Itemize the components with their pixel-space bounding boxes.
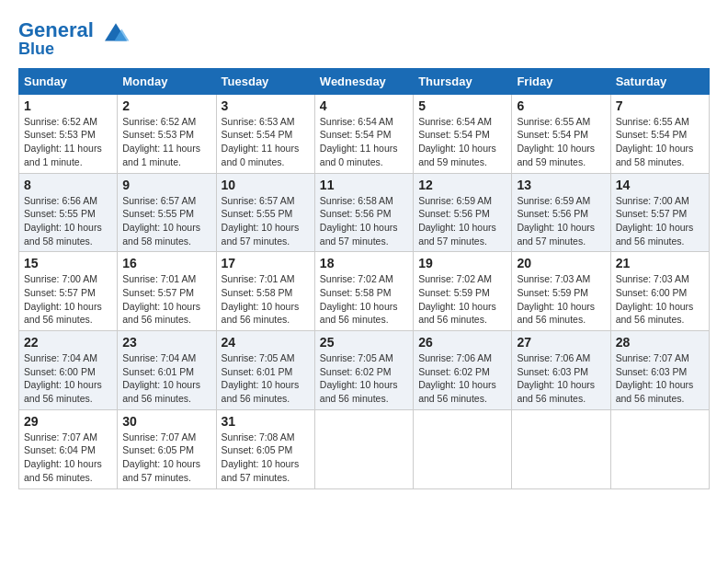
weekday-header-tuesday: Tuesday <box>216 68 314 94</box>
day-info: Sunrise: 7:06 AM Sunset: 6:03 PM Dayligh… <box>517 351 605 406</box>
calendar-cell: 22Sunrise: 7:04 AM Sunset: 6:00 PM Dayli… <box>19 331 118 410</box>
day-info: Sunrise: 6:54 AM Sunset: 5:54 PM Dayligh… <box>320 115 408 169</box>
day-info: Sunrise: 6:57 AM Sunset: 5:55 PM Dayligh… <box>222 194 310 248</box>
day-info: Sunrise: 7:01 AM Sunset: 5:57 PM Dayligh… <box>122 272 210 327</box>
day-info: Sunrise: 7:03 AM Sunset: 5:59 PM Dayligh… <box>517 272 605 327</box>
day-number: 7 <box>616 98 704 113</box>
weekday-header-monday: Monday <box>118 68 216 94</box>
calendar-cell: 5Sunrise: 6:54 AM Sunset: 5:54 PM Daylig… <box>414 94 512 173</box>
day-number: 10 <box>222 178 310 192</box>
day-number: 23 <box>122 335 210 350</box>
calendar-cell: 14Sunrise: 7:00 AM Sunset: 5:57 PM Dayli… <box>610 173 709 252</box>
day-number: 30 <box>122 414 210 429</box>
day-number: 17 <box>222 256 310 270</box>
calendar-cell: 4Sunrise: 6:54 AM Sunset: 5:54 PM Daylig… <box>314 94 413 173</box>
day-info: Sunrise: 7:07 AM Sunset: 6:03 PM Dayligh… <box>616 351 704 406</box>
day-number: 8 <box>24 178 112 192</box>
day-number: 15 <box>24 256 112 270</box>
calendar-body: 1Sunrise: 6:52 AM Sunset: 5:53 PM Daylig… <box>19 94 710 488</box>
day-number: 4 <box>320 98 408 113</box>
day-info: Sunrise: 7:05 AM Sunset: 6:01 PM Dayligh… <box>222 351 310 406</box>
calendar-cell: 21Sunrise: 7:03 AM Sunset: 6:00 PM Dayli… <box>610 252 709 331</box>
calendar-cell: 20Sunrise: 7:03 AM Sunset: 5:59 PM Dayli… <box>512 252 610 331</box>
day-number: 19 <box>418 256 506 270</box>
day-info: Sunrise: 7:08 AM Sunset: 6:05 PM Dayligh… <box>222 431 310 485</box>
calendar-cell: 7Sunrise: 6:55 AM Sunset: 5:54 PM Daylig… <box>610 94 709 173</box>
calendar-cell <box>414 409 512 488</box>
day-info: Sunrise: 6:55 AM Sunset: 5:54 PM Dayligh… <box>616 115 704 169</box>
calendar-cell: 28Sunrise: 7:07 AM Sunset: 6:03 PM Dayli… <box>610 331 709 410</box>
day-number: 29 <box>24 414 112 429</box>
day-number: 6 <box>517 98 605 113</box>
day-number: 18 <box>320 256 408 270</box>
calendar-cell <box>610 409 709 488</box>
day-number: 5 <box>418 98 506 113</box>
calendar-table: SundayMondayTuesdayWednesdayThursdayFrid… <box>18 68 710 489</box>
calendar-cell <box>314 409 413 488</box>
calendar-cell: 27Sunrise: 7:06 AM Sunset: 6:03 PM Dayli… <box>512 331 610 410</box>
day-info: Sunrise: 6:59 AM Sunset: 5:56 PM Dayligh… <box>517 194 605 248</box>
calendar-cell: 26Sunrise: 7:06 AM Sunset: 6:02 PM Dayli… <box>414 331 512 410</box>
day-info: Sunrise: 6:58 AM Sunset: 5:56 PM Dayligh… <box>320 194 408 248</box>
day-number: 3 <box>222 98 310 113</box>
day-info: Sunrise: 7:03 AM Sunset: 6:00 PM Dayligh… <box>616 272 704 327</box>
day-info: Sunrise: 7:02 AM Sunset: 5:59 PM Dayligh… <box>418 272 506 327</box>
calendar-cell: 3Sunrise: 6:53 AM Sunset: 5:54 PM Daylig… <box>216 94 314 173</box>
day-info: Sunrise: 6:53 AM Sunset: 5:54 PM Dayligh… <box>222 115 310 169</box>
calendar-cell: 16Sunrise: 7:01 AM Sunset: 5:57 PM Dayli… <box>118 252 216 331</box>
day-info: Sunrise: 7:06 AM Sunset: 6:02 PM Dayligh… <box>418 351 506 406</box>
day-info: Sunrise: 6:55 AM Sunset: 5:54 PM Dayligh… <box>517 115 605 169</box>
day-number: 9 <box>122 178 210 192</box>
calendar-cell: 18Sunrise: 7:02 AM Sunset: 5:58 PM Dayli… <box>314 252 413 331</box>
calendar-cell <box>512 409 610 488</box>
day-number: 27 <box>517 335 605 350</box>
day-number: 26 <box>418 335 506 350</box>
day-info: Sunrise: 7:02 AM Sunset: 5:58 PM Dayligh… <box>320 272 408 327</box>
calendar-header-row: SundayMondayTuesdayWednesdayThursdayFrid… <box>19 68 710 94</box>
calendar-cell: 10Sunrise: 6:57 AM Sunset: 5:55 PM Dayli… <box>216 173 314 252</box>
calendar-week-1: 1Sunrise: 6:52 AM Sunset: 5:53 PM Daylig… <box>19 94 710 173</box>
calendar-week-5: 29Sunrise: 7:07 AM Sunset: 6:04 PM Dayli… <box>19 409 710 488</box>
logo: General Blue <box>18 18 131 59</box>
calendar-cell: 8Sunrise: 6:56 AM Sunset: 5:55 PM Daylig… <box>19 173 118 252</box>
day-info: Sunrise: 6:59 AM Sunset: 5:56 PM Dayligh… <box>418 194 506 248</box>
day-info: Sunrise: 7:01 AM Sunset: 5:58 PM Dayligh… <box>222 272 310 327</box>
calendar-cell: 17Sunrise: 7:01 AM Sunset: 5:58 PM Dayli… <box>216 252 314 331</box>
day-info: Sunrise: 6:52 AM Sunset: 5:53 PM Dayligh… <box>122 115 210 169</box>
day-info: Sunrise: 6:52 AM Sunset: 5:53 PM Dayligh… <box>24 115 112 169</box>
day-number: 22 <box>24 335 112 350</box>
calendar-week-3: 15Sunrise: 7:00 AM Sunset: 5:57 PM Dayli… <box>19 252 710 331</box>
day-number: 2 <box>122 98 210 113</box>
calendar-cell: 15Sunrise: 7:00 AM Sunset: 5:57 PM Dayli… <box>19 252 118 331</box>
day-info: Sunrise: 7:04 AM Sunset: 6:01 PM Dayligh… <box>122 351 210 406</box>
day-number: 1 <box>24 98 112 113</box>
day-info: Sunrise: 7:00 AM Sunset: 5:57 PM Dayligh… <box>24 272 112 327</box>
day-info: Sunrise: 6:56 AM Sunset: 5:55 PM Dayligh… <box>24 194 112 248</box>
calendar-cell: 29Sunrise: 7:07 AM Sunset: 6:04 PM Dayli… <box>19 409 118 488</box>
calendar-cell: 12Sunrise: 6:59 AM Sunset: 5:56 PM Dayli… <box>414 173 512 252</box>
calendar-cell: 6Sunrise: 6:55 AM Sunset: 5:54 PM Daylig… <box>512 94 610 173</box>
calendar-week-4: 22Sunrise: 7:04 AM Sunset: 6:00 PM Dayli… <box>19 331 710 410</box>
day-number: 31 <box>222 414 310 429</box>
day-info: Sunrise: 6:54 AM Sunset: 5:54 PM Dayligh… <box>418 115 506 169</box>
day-number: 28 <box>616 335 704 350</box>
day-info: Sunrise: 7:00 AM Sunset: 5:57 PM Dayligh… <box>616 194 704 248</box>
day-number: 13 <box>517 178 605 192</box>
calendar-cell: 19Sunrise: 7:02 AM Sunset: 5:59 PM Dayli… <box>414 252 512 331</box>
calendar-cell: 30Sunrise: 7:07 AM Sunset: 6:05 PM Dayli… <box>118 409 216 488</box>
weekday-header-wednesday: Wednesday <box>314 68 413 94</box>
calendar-week-2: 8Sunrise: 6:56 AM Sunset: 5:55 PM Daylig… <box>19 173 710 252</box>
calendar-cell: 31Sunrise: 7:08 AM Sunset: 6:05 PM Dayli… <box>216 409 314 488</box>
day-info: Sunrise: 7:07 AM Sunset: 6:04 PM Dayligh… <box>24 431 112 485</box>
weekday-header-sunday: Sunday <box>19 68 118 94</box>
calendar-cell: 1Sunrise: 6:52 AM Sunset: 5:53 PM Daylig… <box>19 94 118 173</box>
calendar-cell: 24Sunrise: 7:05 AM Sunset: 6:01 PM Dayli… <box>216 331 314 410</box>
day-info: Sunrise: 6:57 AM Sunset: 5:55 PM Dayligh… <box>122 194 210 248</box>
calendar-cell: 2Sunrise: 6:52 AM Sunset: 5:53 PM Daylig… <box>118 94 216 173</box>
weekday-header-friday: Friday <box>512 68 610 94</box>
day-number: 20 <box>517 256 605 270</box>
day-number: 14 <box>616 178 704 192</box>
day-number: 11 <box>320 178 408 192</box>
day-info: Sunrise: 7:05 AM Sunset: 6:02 PM Dayligh… <box>320 351 408 406</box>
calendar-cell: 11Sunrise: 6:58 AM Sunset: 5:56 PM Dayli… <box>314 173 413 252</box>
